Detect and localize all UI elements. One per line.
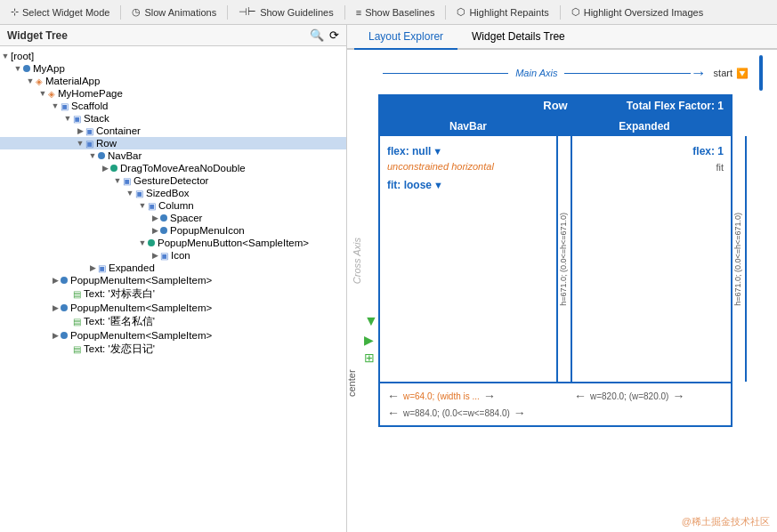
toggle-popupmenuitem1[interactable]: ▶ <box>50 276 61 285</box>
toggle-popupmenubutton[interactable]: ▼ <box>137 238 148 247</box>
tree-item-materialapp[interactable]: ▼◈MaterialApp <box>0 75 346 87</box>
tree-item-popupmenubutton[interactable]: ▼PopupMenuButton<SampleItem> <box>0 237 346 249</box>
toggle-sizedbox[interactable]: ▼ <box>125 189 135 197</box>
total-width-row: ← w=884.0; (0.0<=w<=884.0) → <box>387 406 724 420</box>
toggle-icon[interactable]: ▶ <box>150 251 160 260</box>
tree-item-label-row: Row <box>96 138 117 149</box>
highlight-repaints-button[interactable]: ⬡ Highlight Repaints <box>449 4 555 20</box>
widget-icon-dragtomove <box>110 165 117 172</box>
widget-icon-text3: ▤ <box>73 344 81 354</box>
refresh-icon[interactable]: ⟳ <box>329 28 339 42</box>
toggle-row[interactable]: ▼ <box>75 139 85 148</box>
tree-item-popupmenuicon[interactable]: ▶PopupMenuIcon <box>0 224 346 237</box>
toggle-dragtomove[interactable]: ▶ <box>100 164 110 173</box>
right-arrow-icon: ▶ <box>364 333 374 347</box>
expanded-fit-row: fit <box>565 161 724 173</box>
tree-item-scaffold[interactable]: ▼▣Scaffold <box>0 100 346 112</box>
tree-item-spacer[interactable]: ▶Spacer <box>0 212 346 224</box>
toggle-root[interactable]: ▼ <box>0 52 11 60</box>
tree-item-popupmenuitem2[interactable]: ▶PopupMenuItem<SampleItem> <box>0 302 346 314</box>
toggle-myhomepage[interactable]: ▼ <box>37 89 48 98</box>
toggle-navbar[interactable]: ▼ <box>87 151 98 160</box>
tree-item-label-container: Container <box>96 125 141 136</box>
show-guidelines-button[interactable]: ⊣⊢ Show Guidelines <box>231 4 341 20</box>
tree-item-label-column: Column <box>158 200 194 211</box>
tree-item-gesturedetector[interactable]: ▼▣GestureDetector <box>0 174 346 187</box>
tree-item-root[interactable]: ▼[root] <box>0 50 346 62</box>
tree-item-text3[interactable]: ▤Text: '发恋日记' <box>0 342 346 357</box>
navbar-flex-dropdown-icon[interactable]: ▼ <box>433 146 442 157</box>
oversized-icon: ⬡ <box>571 6 580 18</box>
tree-item-myhomepage[interactable]: ▼◈MyHomePage <box>0 87 346 100</box>
separator-1 <box>120 5 121 20</box>
slow-animations-button[interactable]: ◷ Slow Animations <box>125 4 223 20</box>
tree-item-icon[interactable]: ▶▣Icon <box>0 249 346 262</box>
tree-item-popupmenuitem1[interactable]: ▶PopupMenuItem<SampleItem> <box>0 274 346 286</box>
tree-item-dragtomove[interactable]: ▶DragToMoveAreaNoDouble <box>0 162 346 174</box>
navbar-flex-row: flex: null ▼ <box>387 145 549 157</box>
tree-item-label-popupmenuicon: PopupMenuIcon <box>170 225 245 236</box>
widget-icon-container: ▣ <box>85 126 93 136</box>
tab-layout-explorer[interactable]: Layout Explorer <box>354 25 457 50</box>
dropdown-icon: 🔽 <box>736 68 749 79</box>
tree-item-myapp[interactable]: ▼MyApp <box>0 62 346 75</box>
tree-item-text2[interactable]: ▤Text: '匿名私信' <box>0 314 346 329</box>
tree-item-container[interactable]: ▶▣Container <box>0 125 346 137</box>
toggle-popupmenuitem3[interactable]: ▶ <box>50 331 61 340</box>
navbar-box-header: NavBar <box>380 117 556 136</box>
separator-3 <box>344 5 345 20</box>
tree-item-popupmenuitem3[interactable]: ▶PopupMenuItem<SampleItem> <box>0 329 346 342</box>
select-widget-button[interactable]: ⊹ Select Widget Mode <box>4 4 117 20</box>
highlight-oversized-button[interactable]: ⬡ Highlight Oversized Images <box>564 4 711 20</box>
toggle-gesturedetector[interactable]: ▼ <box>112 176 123 185</box>
tab-widget-details[interactable]: Widget Details Tree <box>457 25 579 50</box>
widget-icon-popupmenuitem1 <box>61 277 68 284</box>
widget-icon-column: ▣ <box>148 201 156 211</box>
tree-item-text1[interactable]: ▤Text: '对标表白' <box>0 286 346 302</box>
right-panel: Layout Explorer Widget Details Tree Main… <box>347 25 777 532</box>
main-content: Widget Tree 🔍 ⟳ ▼[root]▼MyApp▼◈MaterialA… <box>0 25 777 532</box>
toggle-expanded[interactable]: ▶ <box>87 263 98 272</box>
separator-5 <box>560 5 561 20</box>
widget-icon-text1: ▤ <box>73 289 81 299</box>
toggle-column[interactable]: ▼ <box>137 201 148 210</box>
toggle-stack[interactable]: ▼ <box>62 114 73 123</box>
tree-item-sizedbox[interactable]: ▼▣SizedBox <box>0 187 346 199</box>
tree-item-navbar[interactable]: ▼NavBar <box>0 149 346 162</box>
toggle-popupmenuicon[interactable]: ▶ <box>150 226 160 235</box>
expanded-width-row: ← w=820.0; (w=820.0) → <box>574 389 684 403</box>
toggle-popupmenuitem2[interactable]: ▶ <box>50 303 61 312</box>
tree-item-label-scaffold: Scaffold <box>71 101 108 111</box>
widget-tree-body[interactable]: ▼[root]▼MyApp▼◈MaterialApp▼◈MyHomePage▼▣… <box>0 46 346 532</box>
layout-box-area: Cross Axis ▼ ▶ ⊞ Row Total Flex Factor: … <box>378 94 732 427</box>
toggle-myapp[interactable]: ▼ <box>12 64 23 73</box>
tree-item-row[interactable]: ▼▣Row <box>0 137 346 149</box>
clock-icon: ◷ <box>132 6 141 18</box>
guidelines-icon: ⊣⊢ <box>239 6 256 18</box>
toggle-container[interactable]: ▶ <box>75 126 85 135</box>
separator-2 <box>227 5 228 20</box>
widget-icon-icon: ▣ <box>160 251 168 261</box>
search-icon[interactable]: 🔍 <box>310 28 324 42</box>
tree-item-label-navbar: NavBar <box>108 150 142 161</box>
toggle-materialapp[interactable]: ▼ <box>25 77 36 85</box>
main-axis-line-left <box>383 73 508 74</box>
show-baselines-button[interactable]: ≡ Show Baselines <box>349 5 442 20</box>
tree-item-column[interactable]: ▼▣Column <box>0 199 346 212</box>
tree-item-label-popupmenuitem3: PopupMenuItem<SampleItem> <box>70 330 212 341</box>
tree-item-stack[interactable]: ▼▣Stack <box>0 112 346 125</box>
tree-item-expanded[interactable]: ▶▣Expanded <box>0 262 346 274</box>
toggle-scaffold[interactable]: ▼ <box>50 101 61 110</box>
tree-item-label-spacer: Spacer <box>170 213 202 223</box>
toggle-spacer[interactable]: ▶ <box>150 214 160 222</box>
widget-icon-materialapp: ◈ <box>36 77 43 86</box>
navbar-width-label: w=64.0; (width is ... <box>403 391 480 401</box>
tree-item-label-dragtomove: DragToMoveAreaNoDouble <box>120 163 246 173</box>
scroll-indicator <box>759 55 763 91</box>
tabs-bar: Layout Explorer Widget Details Tree <box>347 25 777 50</box>
navbar-fit-dropdown-icon[interactable]: ▼ <box>433 180 443 190</box>
toolbar: ⊹ Select Widget Mode ◷ Slow Animations ⊣… <box>0 0 777 25</box>
main-axis-line-right <box>564 73 690 74</box>
center-label: center <box>347 369 357 397</box>
navbar-flex-label: flex: null <box>387 145 431 157</box>
